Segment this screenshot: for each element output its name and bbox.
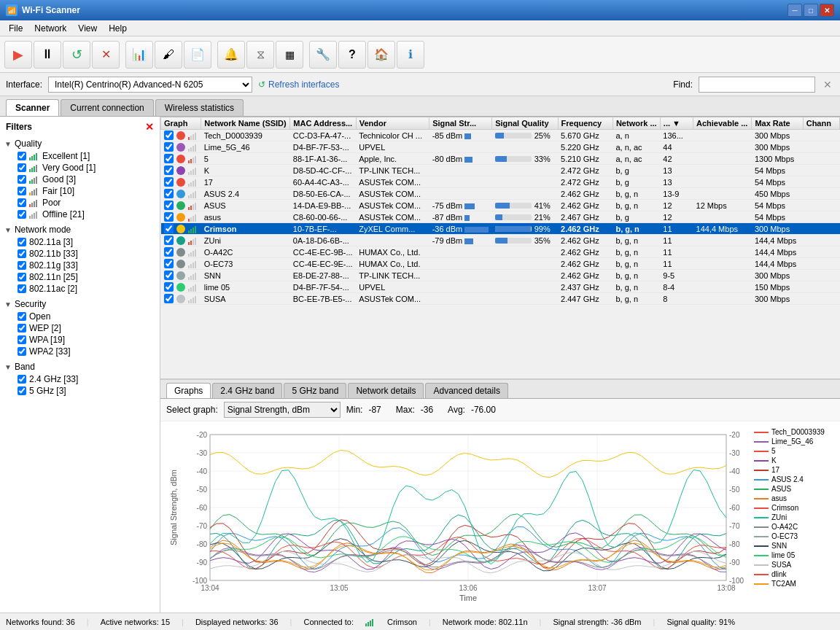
bottom-tab-5ghz[interactable]: 5 GHz band: [284, 383, 346, 398]
row-checkbox[interactable]: [164, 247, 174, 257]
row-checkbox[interactable]: [164, 166, 174, 175]
row-checkbox[interactable]: [164, 131, 174, 140]
col-vendor[interactable]: Vendor: [356, 117, 429, 130]
quality-excellent-check[interactable]: [18, 152, 26, 160]
col-signal-str[interactable]: Signal Str...: [429, 117, 492, 130]
bottom-tab-24ghz[interactable]: 2.4 GHz band: [212, 383, 282, 398]
quality-good-check[interactable]: [18, 175, 26, 184]
network-mode-label: Network mode: [15, 225, 71, 235]
row-checkbox[interactable]: [164, 142, 174, 152]
row-checkbox[interactable]: [164, 201, 174, 210]
col-maxrate[interactable]: Max Rate: [752, 117, 803, 130]
tab-wireless-statistics[interactable]: Wireless statistics: [155, 99, 244, 116]
graph-type-select[interactable]: Signal Strength, dBm: [224, 402, 341, 418]
refresh-interfaces-button[interactable]: ↺ Refresh interfaces: [258, 77, 339, 93]
mode-80211n-check[interactable]: [18, 273, 26, 281]
security-group[interactable]: ▼ Security: [3, 298, 157, 311]
network-table-area[interactable]: Graph Network Name (SSID) MAC Address...…: [160, 117, 840, 379]
wrench-button[interactable]: 🔧: [309, 41, 337, 69]
col-channel[interactable]: Chann: [803, 117, 839, 130]
row-checkbox[interactable]: [164, 189, 174, 198]
row-checkbox[interactable]: [164, 294, 174, 303]
mode-80211g-check[interactable]: [18, 261, 26, 270]
close-button[interactable]: ✕: [820, 4, 834, 17]
band-group[interactable]: ▼ Band: [3, 360, 157, 373]
row-checkbox[interactable]: [164, 259, 174, 268]
signal-quality: [492, 246, 558, 258]
vendor: TP-LINK TECH...: [356, 270, 429, 281]
signal-chart: [166, 427, 748, 602]
security-wep-check[interactable]: [18, 324, 26, 332]
paint-button[interactable]: 🖌: [155, 41, 182, 69]
menu-help[interactable]: Help: [103, 22, 133, 35]
col-network[interactable]: Network ...: [612, 117, 660, 130]
start-button[interactable]: ▶: [4, 41, 32, 69]
tab-scanner[interactable]: Scanner: [6, 99, 59, 116]
menu-network[interactable]: Network: [28, 22, 72, 35]
tab-current-connection[interactable]: Current connection: [61, 99, 153, 116]
alert-button[interactable]: 🔔: [217, 41, 245, 69]
col-extra[interactable]: ... ▼: [660, 117, 693, 130]
mode-80211ac-check[interactable]: [18, 284, 26, 293]
info-button[interactable]: ℹ: [397, 41, 424, 69]
network-mode: a, n, ac: [612, 141, 660, 153]
quality-offline-check[interactable]: [18, 210, 26, 219]
home-button[interactable]: 🏠: [368, 41, 395, 69]
quality-fair-check[interactable]: [18, 187, 26, 195]
channel: [803, 246, 839, 258]
col-signal-qual[interactable]: Signal Quality: [492, 117, 558, 130]
network-color-dot: [176, 271, 185, 280]
filter-button[interactable]: ⧖: [246, 41, 274, 69]
bottom-tab-graphs[interactable]: Graphs: [166, 383, 211, 398]
menu-file[interactable]: File: [3, 22, 28, 35]
mode-80211b-check[interactable]: [18, 249, 26, 258]
stop-button[interactable]: ✕: [92, 41, 120, 69]
interface-label: Interface:: [6, 79, 42, 90]
network-name: 17: [201, 176, 290, 188]
signal-button[interactable]: 📊: [125, 41, 153, 69]
col-achievable[interactable]: Achievable ...: [693, 117, 752, 130]
security-wpa2-check[interactable]: [18, 347, 26, 356]
band-5ghz-check[interactable]: [18, 386, 26, 395]
row-checkbox[interactable]: [164, 154, 174, 163]
quality-offline-label: Offline [21]: [42, 209, 85, 219]
network-mode: a, n, ac: [612, 153, 660, 165]
row-checkbox[interactable]: [164, 177, 174, 187]
filters-clear-button[interactable]: ✕: [145, 121, 154, 133]
achievable-rate: [693, 258, 752, 270]
quality-verygood-check[interactable]: [18, 163, 26, 172]
menu-view[interactable]: View: [72, 22, 103, 35]
row-checkbox[interactable]: [164, 282, 174, 292]
mode-80211a-check[interactable]: [18, 238, 26, 246]
maximize-button[interactable]: □: [804, 4, 818, 17]
col-mac[interactable]: MAC Address...: [290, 117, 356, 130]
mac-address: 60-A4-4C-A3-...: [290, 176, 356, 188]
quality-group[interactable]: ▼ Quality: [3, 137, 157, 150]
frequency: 2.472 GHz: [558, 165, 612, 176]
bottom-tab-advanced[interactable]: Advanced details: [425, 383, 508, 398]
row-checkbox[interactable]: [164, 271, 174, 280]
export-button[interactable]: 📄: [184, 41, 211, 69]
table-button[interactable]: ▦: [276, 41, 303, 69]
achievable-rate: [693, 130, 752, 141]
pause-button[interactable]: ⏸: [34, 41, 61, 69]
row-checkbox[interactable]: [164, 236, 174, 245]
col-freq[interactable]: Frequency: [558, 117, 612, 130]
refresh-button[interactable]: ↺: [63, 41, 90, 69]
bottom-tab-network-details[interactable]: Network details: [348, 383, 424, 398]
minimize-button[interactable]: ─: [788, 4, 802, 17]
search-input[interactable]: [699, 77, 815, 93]
help-button[interactable]: ?: [338, 41, 366, 69]
row-checkbox[interactable]: [164, 224, 174, 233]
band-24ghz-check[interactable]: [18, 375, 26, 384]
row-checkbox[interactable]: [164, 212, 174, 222]
find-clear-button[interactable]: ✕: [821, 78, 834, 91]
security-open-check[interactable]: [18, 312, 26, 321]
network-mode-group[interactable]: ▼ Network mode: [3, 223, 157, 236]
col-ssid[interactable]: Network Name (SSID): [201, 117, 290, 130]
quality-poor-check[interactable]: [18, 198, 26, 207]
vendor: HUMAX Co., Ltd.: [356, 258, 429, 270]
security-wpa-check[interactable]: [18, 335, 26, 344]
col-graph[interactable]: Graph: [161, 117, 201, 130]
interface-select[interactable]: Intel(R) Centrino(R) Advanced-N 6205: [48, 77, 252, 93]
